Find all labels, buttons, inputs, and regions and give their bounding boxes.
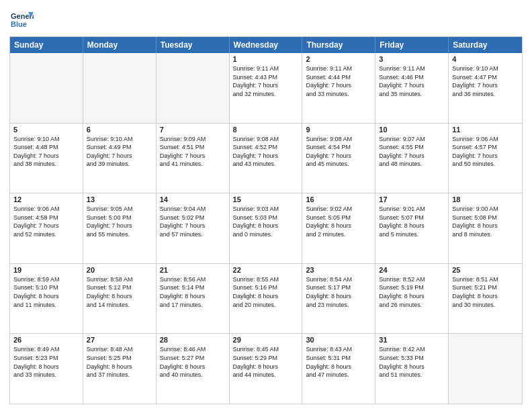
table-row: 11Sunrise: 9:06 AM Sunset: 4:57 PM Dayli… xyxy=(449,124,522,193)
logo: General Blue xyxy=(9,7,36,31)
table-row: 12Sunrise: 9:06 AM Sunset: 4:58 PM Dayli… xyxy=(10,193,83,263)
cell-details: Sunrise: 9:11 AM Sunset: 4:46 PM Dayligh… xyxy=(379,64,445,98)
day-number: 12 xyxy=(13,195,79,203)
header-day-thursday: Thursday xyxy=(302,37,375,53)
day-number: 31 xyxy=(379,336,445,344)
day-number: 7 xyxy=(160,126,226,134)
day-number: 2 xyxy=(306,55,371,63)
table-row: 30Sunrise: 8:43 AM Sunset: 5:31 PM Dayli… xyxy=(302,334,375,404)
cell-details: Sunrise: 9:10 AM Sunset: 4:48 PM Dayligh… xyxy=(13,135,79,169)
cell-details: Sunrise: 9:02 AM Sunset: 5:05 PM Dayligh… xyxy=(306,205,371,238)
table-row: 17Sunrise: 9:01 AM Sunset: 5:07 PM Dayli… xyxy=(375,193,449,263)
cell-details: Sunrise: 9:06 AM Sunset: 4:57 PM Dayligh… xyxy=(452,135,519,169)
svg-text:Blue: Blue xyxy=(11,20,27,28)
day-number: 25 xyxy=(452,266,519,274)
day-number: 29 xyxy=(233,336,299,344)
calendar: SundayMondayTuesdayWednesdayThursdayFrid… xyxy=(9,36,523,404)
day-number: 17 xyxy=(379,195,445,203)
cell-details: Sunrise: 9:09 AM Sunset: 4:51 PM Dayligh… xyxy=(160,135,226,169)
table-row: 24Sunrise: 8:52 AM Sunset: 5:19 PM Dayli… xyxy=(375,264,449,334)
table-row: 26Sunrise: 8:49 AM Sunset: 5:23 PM Dayli… xyxy=(10,334,83,404)
cell-details: Sunrise: 9:00 AM Sunset: 5:08 PM Dayligh… xyxy=(452,205,519,238)
table-row xyxy=(83,53,157,123)
calendar-row-2: 12Sunrise: 9:06 AM Sunset: 4:58 PM Dayli… xyxy=(10,193,522,263)
day-number: 13 xyxy=(87,195,152,203)
cell-details: Sunrise: 8:54 AM Sunset: 5:17 PM Dayligh… xyxy=(306,275,371,309)
day-number: 4 xyxy=(452,55,519,63)
day-number: 18 xyxy=(452,195,519,203)
calendar-body: 1Sunrise: 9:11 AM Sunset: 4:43 PM Daylig… xyxy=(10,53,522,404)
table-row: 21Sunrise: 8:56 AM Sunset: 5:14 PM Dayli… xyxy=(157,264,230,334)
day-number: 23 xyxy=(306,266,371,274)
table-row: 27Sunrise: 8:48 AM Sunset: 5:25 PM Dayli… xyxy=(83,334,157,404)
table-row: 19Sunrise: 8:59 AM Sunset: 5:10 PM Dayli… xyxy=(10,264,83,334)
table-row: 8Sunrise: 9:08 AM Sunset: 4:52 PM Daylig… xyxy=(230,124,303,193)
cell-details: Sunrise: 8:52 AM Sunset: 5:19 PM Dayligh… xyxy=(379,275,445,309)
table-row: 29Sunrise: 8:45 AM Sunset: 5:29 PM Dayli… xyxy=(230,334,303,404)
cell-details: Sunrise: 9:08 AM Sunset: 4:54 PM Dayligh… xyxy=(306,135,371,169)
cell-details: Sunrise: 9:07 AM Sunset: 4:55 PM Dayligh… xyxy=(379,135,445,169)
table-row: 28Sunrise: 8:46 AM Sunset: 5:27 PM Dayli… xyxy=(157,334,230,404)
cell-details: Sunrise: 8:58 AM Sunset: 5:12 PM Dayligh… xyxy=(87,275,152,309)
cell-details: Sunrise: 9:03 AM Sunset: 5:03 PM Dayligh… xyxy=(233,205,299,238)
day-number: 16 xyxy=(306,195,371,203)
calendar-row-3: 19Sunrise: 8:59 AM Sunset: 5:10 PM Dayli… xyxy=(10,263,522,334)
header-day-saturday: Saturday xyxy=(449,37,522,53)
cell-details: Sunrise: 8:48 AM Sunset: 5:25 PM Dayligh… xyxy=(87,345,152,379)
header-day-monday: Monday xyxy=(83,37,157,53)
day-number: 3 xyxy=(379,55,445,63)
day-number: 8 xyxy=(233,126,299,134)
day-number: 27 xyxy=(87,336,152,344)
table-row: 7Sunrise: 9:09 AM Sunset: 4:51 PM Daylig… xyxy=(157,124,230,193)
table-row xyxy=(449,334,522,404)
day-number: 5 xyxy=(13,126,79,134)
table-row: 6Sunrise: 9:10 AM Sunset: 4:49 PM Daylig… xyxy=(83,124,157,193)
cell-details: Sunrise: 8:55 AM Sunset: 5:16 PM Dayligh… xyxy=(233,275,299,309)
day-number: 22 xyxy=(233,266,299,274)
cell-details: Sunrise: 8:59 AM Sunset: 5:10 PM Dayligh… xyxy=(13,275,79,309)
day-number: 30 xyxy=(306,336,371,344)
table-row: 4Sunrise: 9:10 AM Sunset: 4:47 PM Daylig… xyxy=(449,53,522,123)
table-row: 16Sunrise: 9:02 AM Sunset: 5:05 PM Dayli… xyxy=(302,193,375,263)
cell-details: Sunrise: 8:42 AM Sunset: 5:33 PM Dayligh… xyxy=(379,345,445,379)
cell-details: Sunrise: 8:49 AM Sunset: 5:23 PM Dayligh… xyxy=(13,345,79,379)
day-number: 19 xyxy=(13,266,79,274)
page: General Blue SundayMondayTuesdayWednesda… xyxy=(0,0,532,411)
cell-details: Sunrise: 8:43 AM Sunset: 5:31 PM Dayligh… xyxy=(306,345,371,379)
cell-details: Sunrise: 9:01 AM Sunset: 5:07 PM Dayligh… xyxy=(379,205,445,238)
table-row: 25Sunrise: 8:51 AM Sunset: 5:21 PM Dayli… xyxy=(449,264,522,334)
cell-details: Sunrise: 9:10 AM Sunset: 4:47 PM Dayligh… xyxy=(452,64,519,98)
day-number: 28 xyxy=(160,336,226,344)
day-number: 26 xyxy=(13,336,79,344)
day-number: 9 xyxy=(306,126,371,134)
table-row: 1Sunrise: 9:11 AM Sunset: 4:43 PM Daylig… xyxy=(230,53,303,123)
cell-details: Sunrise: 9:08 AM Sunset: 4:52 PM Dayligh… xyxy=(233,135,299,169)
cell-details: Sunrise: 9:06 AM Sunset: 4:58 PM Dayligh… xyxy=(13,205,79,238)
cell-details: Sunrise: 8:51 AM Sunset: 5:21 PM Dayligh… xyxy=(452,275,519,309)
header-day-tuesday: Tuesday xyxy=(157,37,230,53)
cell-details: Sunrise: 9:04 AM Sunset: 5:02 PM Dayligh… xyxy=(160,205,226,238)
calendar-header: SundayMondayTuesdayWednesdayThursdayFrid… xyxy=(10,37,522,53)
table-row xyxy=(10,53,83,123)
table-row: 22Sunrise: 8:55 AM Sunset: 5:16 PM Dayli… xyxy=(230,264,303,334)
table-row: 13Sunrise: 9:05 AM Sunset: 5:00 PM Dayli… xyxy=(83,193,157,263)
table-row: 2Sunrise: 9:11 AM Sunset: 4:44 PM Daylig… xyxy=(302,53,375,123)
table-row: 5Sunrise: 9:10 AM Sunset: 4:48 PM Daylig… xyxy=(10,124,83,193)
day-number: 11 xyxy=(452,126,519,134)
table-row: 10Sunrise: 9:07 AM Sunset: 4:55 PM Dayli… xyxy=(375,124,449,193)
table-row: 18Sunrise: 9:00 AM Sunset: 5:08 PM Dayli… xyxy=(449,193,522,263)
header: General Blue xyxy=(9,7,523,31)
table-row: 14Sunrise: 9:04 AM Sunset: 5:02 PM Dayli… xyxy=(157,193,230,263)
day-number: 10 xyxy=(379,126,445,134)
day-number: 20 xyxy=(87,266,152,274)
table-row: 20Sunrise: 8:58 AM Sunset: 5:12 PM Dayli… xyxy=(83,264,157,334)
calendar-row-4: 26Sunrise: 8:49 AM Sunset: 5:23 PM Dayli… xyxy=(10,333,522,404)
calendar-row-1: 5Sunrise: 9:10 AM Sunset: 4:48 PM Daylig… xyxy=(10,123,522,193)
day-number: 1 xyxy=(233,55,299,63)
day-number: 6 xyxy=(87,126,152,134)
cell-details: Sunrise: 8:46 AM Sunset: 5:27 PM Dayligh… xyxy=(160,345,226,379)
cell-details: Sunrise: 8:45 AM Sunset: 5:29 PM Dayligh… xyxy=(233,345,299,379)
table-row: 23Sunrise: 8:54 AM Sunset: 5:17 PM Dayli… xyxy=(302,264,375,334)
day-number: 15 xyxy=(233,195,299,203)
header-day-wednesday: Wednesday xyxy=(230,37,303,53)
